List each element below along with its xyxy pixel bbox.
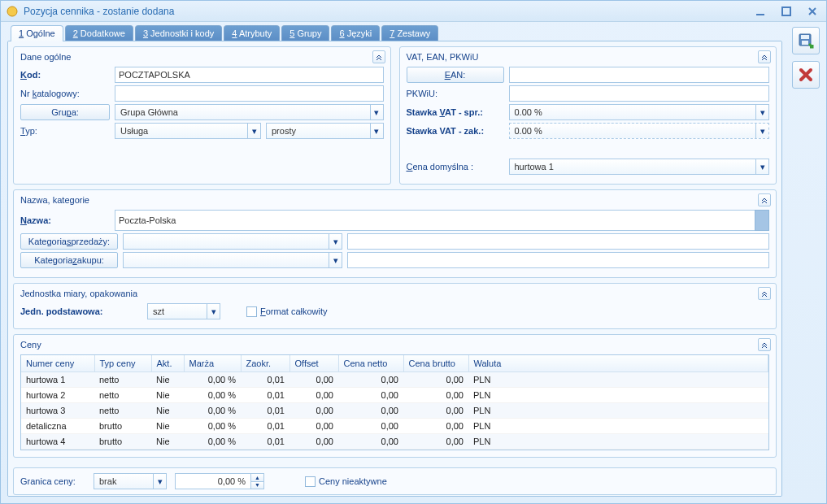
- stawka-zak-combo[interactable]: 0.00 % ▾: [509, 123, 770, 139]
- collapse-toggle[interactable]: [758, 50, 771, 63]
- table-row[interactable]: hurtowa 2nettoNie0,00 %0,010,000,000,00P…: [21, 388, 768, 403]
- kod-input[interactable]: [115, 67, 384, 83]
- typ1-combo[interactable]: Usługa ▾: [115, 123, 261, 139]
- table-row[interactable]: hurtowa 1nettoNie0,00 %0,010,000,000,00P…: [21, 372, 768, 388]
- group-vat: VAT, EAN, PKWiU EAN: PKWiU:: [399, 46, 777, 185]
- chevron-down-icon: ▾: [370, 105, 383, 119]
- pkwiu-label: PKWiU:: [407, 89, 504, 98]
- pkwiu-input[interactable]: [509, 85, 770, 102]
- grupa-button[interactable]: Grupa:: [20, 104, 110, 120]
- group-title: VAT, EAN, PKWiU: [407, 52, 770, 62]
- bottom-bar: Granica ceny: brak ▾ 0,00 % ▲ ▼: [13, 467, 777, 495]
- kat-zak-desc-input[interactable]: [347, 252, 769, 268]
- kod-label: Kod:: [20, 70, 110, 80]
- kat-zak-button[interactable]: Kategoria zakupu:: [20, 252, 118, 268]
- svg-rect-6: [801, 35, 809, 39]
- tab-jednostki[interactable]: 3 Jednostki i kody: [135, 25, 222, 41]
- granica-percent-spinner[interactable]: 0,00 % ▲ ▼: [175, 473, 264, 489]
- col-offset[interactable]: Offset: [289, 355, 338, 372]
- kat-sprz-button[interactable]: Kategoria sprzedaży:: [20, 233, 118, 250]
- cena-dom-combo[interactable]: hurtowa 1 ▾: [509, 159, 770, 175]
- titlebar: Pozycja cennika - zostanie dodana: [1, 1, 826, 22]
- chevron-down-icon: ▾: [207, 304, 220, 319]
- collapse-toggle[interactable]: [758, 193, 771, 206]
- grid-header-row: Numer ceny Typ ceny Akt. Marża Zaokr. Of…: [21, 355, 768, 372]
- checkbox-box: [246, 306, 257, 317]
- price-item-window: Pozycja cennika - zostanie dodana 1 Ogól…: [0, 0, 827, 504]
- save-button[interactable]: [792, 27, 820, 54]
- format-calkowity-checkbox[interactable]: Format całkowity: [246, 306, 328, 317]
- group-ceny: Ceny Numer ceny Typ ceny Akt. Marża: [13, 334, 777, 458]
- nazwa-expand-button[interactable]: [755, 210, 769, 231]
- granica-combo[interactable]: brak ▾: [94, 473, 167, 489]
- window-title: Pozycja cennika - zostanie dodana: [24, 6, 174, 17]
- right-toolbar: [786, 22, 826, 503]
- close-x-icon: [799, 67, 813, 82]
- kat-zak-combo[interactable]: ▾: [123, 252, 342, 268]
- tab-grupy[interactable]: 5 Grupy: [281, 25, 329, 41]
- col-typ[interactable]: Typ ceny: [94, 355, 151, 372]
- group-title: Nazwa, kategorie: [20, 195, 769, 205]
- granica-label: Granica ceny:: [20, 476, 85, 486]
- svg-point-0: [7, 7, 17, 16]
- close-button[interactable]: [803, 4, 821, 19]
- chevron-down-icon: ▾: [247, 124, 260, 138]
- tab-ogolne[interactable]: 1 Ogólne: [11, 25, 63, 41]
- ceny-grid[interactable]: Numer ceny Typ ceny Akt. Marża Zaokr. Of…: [20, 354, 769, 450]
- col-akt[interactable]: Akt.: [151, 355, 184, 372]
- jedn-podst-combo[interactable]: szt ▾: [147, 303, 220, 319]
- nrkat-label: Nr katalogowy:: [20, 89, 110, 98]
- jedn-podst-label: Jedn. podstawowa:: [20, 306, 142, 316]
- group-nazwa: Nazwa, kategorie Nazwa:: [13, 189, 777, 278]
- chevron-down-icon: ▾: [370, 124, 383, 138]
- tab-zestawy[interactable]: 7 Zestawy: [381, 25, 438, 41]
- ean-button[interactable]: EAN:: [407, 67, 504, 83]
- nazwa-label: Nazwa:: [20, 215, 110, 225]
- tabstrip: 1 Ogólne 2 Dodatkowe 3 Jednostki i kody …: [7, 25, 782, 41]
- col-netto[interactable]: Cena netto: [338, 355, 403, 372]
- cena-dom-label: Cena domyślna :: [407, 162, 504, 172]
- chevron-down-icon: ▾: [755, 105, 768, 119]
- col-marza[interactable]: Marża: [184, 355, 241, 372]
- minimize-button[interactable]: [751, 4, 769, 19]
- group-title: Jednostka miary, opakowania: [20, 289, 769, 298]
- group-jednostka: Jednostka miary, opakowania Jedn. podsta…: [13, 283, 777, 329]
- nazwa-input[interactable]: [115, 210, 755, 231]
- spin-down-button[interactable]: ▼: [251, 481, 263, 489]
- group-dane-ogolne: Dane ogólne Kod: Nr katalogowy:: [13, 46, 391, 185]
- stawka-zak-label: Stawka VAT - zak.:: [407, 126, 504, 136]
- group-title: Ceny: [20, 340, 769, 350]
- svg-rect-2: [782, 7, 790, 15]
- nrkat-input[interactable]: [115, 85, 384, 102]
- checkbox-box: [305, 476, 316, 487]
- svg-rect-7: [802, 41, 808, 45]
- ean-input[interactable]: [509, 67, 770, 83]
- col-zaokr[interactable]: Zaokr.: [241, 355, 289, 372]
- table-row[interactable]: detalicznabruttoNie0,00 %0,010,000,000,0…: [21, 419, 768, 434]
- stawka-spr-combo[interactable]: 0.00 % ▾: [509, 104, 770, 120]
- tab-atrybuty[interactable]: 4 Atrybuty: [224, 25, 280, 41]
- maximize-button[interactable]: [777, 4, 795, 19]
- col-brutto[interactable]: Cena brutto: [403, 355, 468, 372]
- cancel-button[interactable]: [792, 61, 820, 89]
- collapse-toggle[interactable]: [758, 338, 771, 351]
- ceny-nieaktywne-checkbox[interactable]: Ceny nieaktywne: [305, 476, 387, 487]
- typ2-combo[interactable]: prosty ▾: [266, 123, 384, 139]
- chevron-down-icon: ▾: [329, 253, 342, 267]
- collapse-toggle[interactable]: [758, 287, 771, 300]
- tab-body-ogolne: Dane ogólne Kod: Nr katalogowy:: [7, 41, 782, 497]
- app-icon: [6, 5, 19, 18]
- grupa-combo[interactable]: Grupa Główna ▾: [115, 104, 384, 120]
- table-row[interactable]: hurtowa 4bruttoNie0,00 %0,010,000,000,00…: [21, 434, 768, 450]
- tab-dodatkowe[interactable]: 2 Dodatkowe: [65, 25, 133, 41]
- kat-sprz-combo[interactable]: ▾: [123, 233, 342, 250]
- tab-jezyki[interactable]: 6 Języki: [331, 25, 380, 41]
- spin-up-button[interactable]: ▲: [251, 474, 263, 481]
- table-row[interactable]: hurtowa 3nettoNie0,00 %0,010,000,000,00P…: [21, 403, 768, 419]
- chevron-down-icon: ▾: [153, 474, 166, 489]
- kat-sprz-desc-input[interactable]: [347, 233, 769, 250]
- collapse-toggle[interactable]: [372, 50, 385, 63]
- col-numer[interactable]: Numer ceny: [21, 355, 94, 372]
- col-waluta[interactable]: Waluta: [468, 355, 768, 372]
- chevron-down-icon: ▾: [755, 124, 768, 138]
